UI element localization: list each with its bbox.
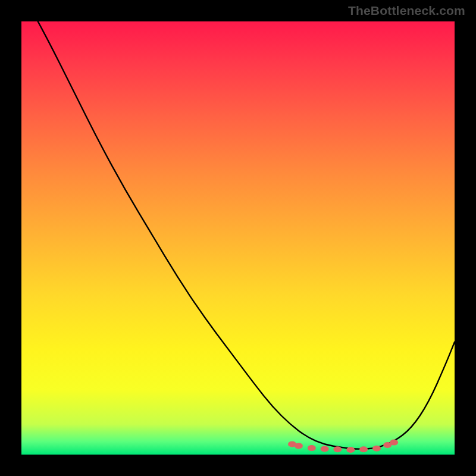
curve-svg bbox=[21, 21, 455, 455]
trough-point-4 bbox=[333, 446, 342, 452]
trough-point-1 bbox=[295, 443, 303, 449]
trough-point-7 bbox=[372, 446, 381, 452]
watermark-text: TheBottleneck.com bbox=[348, 4, 465, 18]
trough-point-2 bbox=[308, 445, 316, 451]
trough-point-5 bbox=[346, 447, 355, 453]
chart-frame: TheBottleneck.com bbox=[0, 0, 476, 476]
plot-area bbox=[21, 21, 455, 455]
bottleneck-curve bbox=[21, 0, 455, 449]
trough-point-9 bbox=[390, 440, 398, 446]
trough-point-3 bbox=[321, 446, 329, 452]
trough-point-6 bbox=[359, 446, 368, 452]
